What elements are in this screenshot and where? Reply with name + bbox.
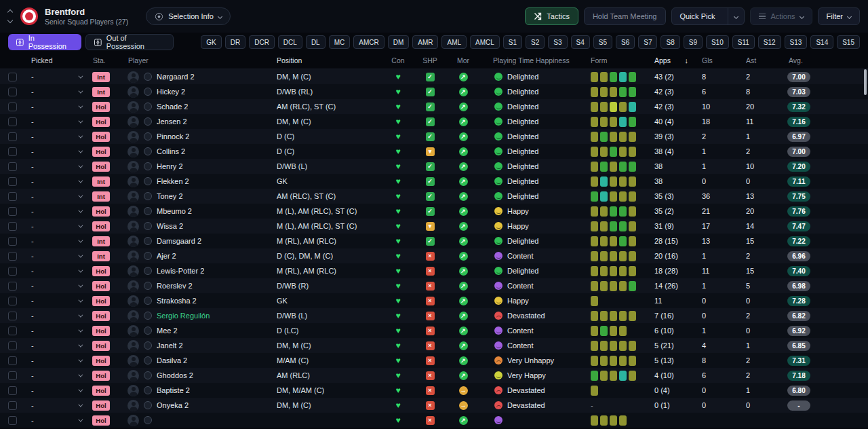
chevron-down-icon[interactable] (7, 18, 13, 23)
col-header-apps[interactable]: Apps ↓ (649, 56, 696, 64)
table-row[interactable]: -Hol♥×↗ (0, 413, 868, 428)
position-chip-s15[interactable]: S15 (837, 35, 860, 49)
player-name[interactable]: Hickey 2 (157, 88, 185, 96)
row-checkbox[interactable] (8, 282, 17, 291)
table-row[interactable]: -HolOnyeka 2DM, M (C)♥×→Devastated-0 (1)… (0, 398, 868, 413)
player-name[interactable]: Henry 2 (157, 162, 183, 170)
row-checkbox[interactable] (8, 297, 17, 305)
picked-dropdown[interactable]: - (24, 222, 88, 230)
row-checkbox[interactable] (8, 192, 17, 201)
scrollbar-thumb[interactable] (864, 69, 867, 95)
row-checkbox[interactable] (8, 222, 17, 231)
row-checkbox[interactable] (8, 177, 17, 186)
player-info-icon[interactable] (144, 386, 152, 394)
player-name[interactable]: Roerslev 2 (157, 282, 193, 290)
picked-dropdown[interactable]: - (24, 312, 88, 320)
picked-dropdown[interactable]: - (24, 356, 88, 365)
col-header-morale[interactable]: Mor (447, 56, 479, 64)
row-checkbox[interactable] (8, 132, 17, 141)
picked-dropdown[interactable]: - (24, 341, 88, 350)
table-row[interactable]: -IntToney 2AM (RLC), ST (C)♥✓↗Delighted3… (0, 189, 868, 204)
player-info-icon[interactable] (144, 356, 152, 365)
position-chip-aml[interactable]: AML (441, 35, 467, 49)
position-chip-mc[interactable]: MC (329, 35, 351, 49)
hold-team-meeting-button[interactable]: Hold Team Meeting (584, 7, 666, 25)
tactics-button[interactable]: Tactics (525, 7, 578, 25)
picked-dropdown[interactable]: - (24, 73, 88, 81)
position-chip-dr[interactable]: DR (225, 35, 245, 49)
player-name[interactable]: Ghoddos 2 (157, 371, 193, 379)
chevron-up-icon[interactable] (7, 10, 13, 15)
player-name[interactable]: Lewis-Potter 2 (157, 267, 204, 275)
picked-dropdown[interactable]: - (24, 192, 88, 200)
position-chip-amcr[interactable]: AMCR (353, 35, 384, 49)
row-checkbox[interactable] (8, 88, 17, 96)
table-row[interactable]: -HolCollins 2D (C)♥▾↗Delighted38 (4)127.… (0, 144, 868, 159)
player-name[interactable]: Dasilva 2 (157, 356, 187, 365)
picked-dropdown[interactable]: - (24, 371, 88, 379)
player-info-icon[interactable] (144, 267, 152, 275)
picked-dropdown[interactable]: - (24, 162, 88, 170)
picked-dropdown[interactable]: - (24, 416, 88, 424)
player-name[interactable]: Nørgaard 2 (157, 73, 195, 81)
player-info-icon[interactable] (144, 117, 152, 126)
col-header-assists[interactable]: Ast (741, 56, 785, 64)
table-row[interactable]: -HolStrakosha 2GK♥×↗Happy11007.28 (0, 293, 868, 308)
player-name[interactable]: Damsgaard 2 (157, 237, 201, 245)
player-name[interactable]: Toney 2 (157, 192, 183, 200)
position-chip-s6[interactable]: S6 (616, 35, 635, 49)
table-row[interactable]: -HolHenry 2D/WB (L)♥✓↗Delighted381107.20 (0, 159, 868, 174)
row-checkbox[interactable] (8, 356, 17, 365)
position-chip-dcl[interactable]: DCL (278, 35, 302, 49)
player-name[interactable]: Mee 2 (157, 327, 178, 335)
row-checkbox[interactable] (8, 237, 17, 246)
position-chip-s11[interactable]: S11 (732, 35, 755, 49)
picked-dropdown[interactable]: - (24, 327, 88, 335)
table-row[interactable]: -HolSchade 2AM (RLC), ST (C)♥✓↗Delighted… (0, 99, 868, 114)
player-info-icon[interactable] (144, 177, 152, 185)
row-checkbox[interactable] (8, 401, 17, 410)
table-row[interactable]: -HolMee 2D (LC)♥×↗Content6 (10)106.92 (0, 323, 868, 338)
col-header-sharpness[interactable]: SHP (413, 56, 447, 64)
position-chip-s8[interactable]: S8 (660, 35, 679, 49)
player-info-icon[interactable] (144, 401, 152, 409)
row-checkbox[interactable] (8, 416, 17, 425)
col-header-happiness[interactable]: Playing Time Happiness (479, 56, 587, 64)
col-header-player[interactable]: Player (123, 56, 271, 64)
player-name[interactable]: Baptiste 2 (157, 386, 190, 394)
position-chip-amcl[interactable]: AMCL (470, 35, 500, 49)
row-checkbox[interactable] (8, 73, 17, 81)
row-checkbox[interactable] (8, 147, 17, 156)
player-info-icon[interactable] (144, 327, 152, 335)
table-row[interactable]: -HolDasilva 2M/AM (C)♥×↗Very Unhappy5 (1… (0, 353, 868, 368)
col-header-picked[interactable]: Picked (24, 56, 88, 64)
player-name[interactable]: Schade 2 (157, 102, 188, 111)
row-checkbox[interactable] (8, 162, 17, 171)
table-row[interactable]: -HolBaptiste 2DM, M/AM (C)♥×→Devastated0… (0, 383, 868, 398)
position-chip-s4[interactable]: S4 (571, 35, 590, 49)
tab-in-possession[interactable]: In Possession (8, 34, 81, 50)
table-row[interactable]: -IntHickey 2D/WB (RL)♥✓↗Delighted42 (3)6… (0, 84, 868, 99)
col-header-form[interactable]: Form (587, 56, 649, 64)
position-chip-s2[interactable]: S2 (526, 35, 545, 49)
picked-dropdown[interactable]: - (24, 282, 88, 290)
row-checkbox[interactable] (8, 386, 17, 395)
tab-out-of-possession[interactable]: Out of Possession (85, 34, 174, 50)
position-chip-s5[interactable]: S5 (593, 35, 612, 49)
table-row[interactable]: -IntDamsgaard 2M (RL), AM (RLC)♥✓↗Deligh… (0, 234, 868, 248)
position-chip-s14[interactable]: S14 (810, 35, 833, 49)
table-row[interactable]: -HolMbeumo 2M (L), AM (RLC), ST (C)♥✓↗Ha… (0, 204, 868, 219)
picked-dropdown[interactable]: - (24, 252, 88, 260)
position-chip-dcr[interactable]: DCR (249, 35, 275, 49)
row-checkbox[interactable] (8, 117, 17, 126)
picked-dropdown[interactable]: - (24, 207, 88, 215)
row-checkbox[interactable] (8, 327, 17, 335)
position-chip-s7[interactable]: S7 (638, 35, 657, 49)
row-checkbox[interactable] (8, 102, 17, 111)
picked-dropdown[interactable]: - (24, 267, 88, 275)
player-name[interactable]: Janelt 2 (157, 341, 183, 350)
player-name[interactable]: Sergio Reguilón (157, 312, 210, 320)
row-checkbox[interactable] (8, 341, 17, 350)
table-row[interactable]: -HolWissa 2M (L), AM (RLC), ST (C)♥▾↗Hap… (0, 219, 868, 234)
table-row[interactable]: -HolJensen 2DM, M (C)♥✓↗Delighted40 (4)1… (0, 114, 868, 129)
